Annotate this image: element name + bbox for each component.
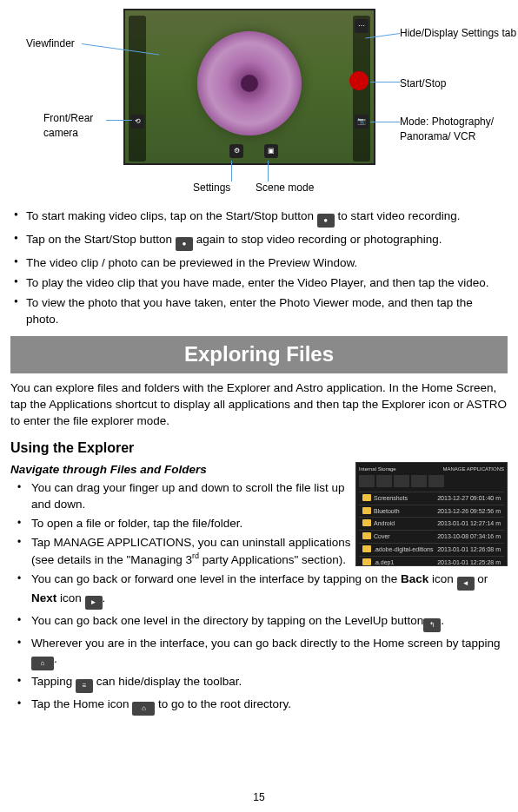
label-front-rear: Front/Rear camera — [43, 111, 113, 141]
label-mode: Mode: Photography/ Panorama/ VCR — [400, 115, 518, 144]
home-screen-icon: ⌂ — [31, 657, 54, 670]
line-front-rear — [106, 120, 132, 121]
nav-item-home-screen: Wherever you are in the interface, you c… — [10, 636, 508, 670]
explorer-top-right: MANAGE APPLICATIONS — [442, 465, 504, 472]
section-exploring-files: Exploring Files — [10, 336, 508, 374]
start-stop-icon — [349, 71, 369, 90]
nav-item-scroll: You can drag your finger up and down to … — [10, 480, 508, 512]
text-b1b: to start video recording. — [337, 209, 460, 222]
n6a: Wherever you are in the interface, you c… — [31, 637, 501, 650]
label-viewfinder: Viewfinder — [26, 36, 75, 51]
bullet-stop-recording: Tap on the Start/Stop button ● again to … — [10, 232, 508, 251]
next-icon: ► — [85, 596, 103, 610]
bullet-preview: The video clip / photo can be previewed … — [10, 255, 508, 271]
home-root-icon: ⌂ — [132, 702, 155, 716]
mode-icon: 📷 — [355, 115, 369, 129]
viewfinder-subject — [197, 31, 302, 135]
label-start-stop: Start/Stop — [400, 76, 446, 91]
navigate-list: You can drag your finger up and down to … — [10, 480, 508, 716]
scene-mode-icon: ▣ — [264, 144, 278, 158]
label-scene-mode: Scene mode — [256, 181, 314, 195]
bullet-start-recording: To start making video clips, tap on the … — [10, 208, 508, 228]
n7b: can hide/display the toolbar. — [93, 675, 242, 688]
front-rear-icon: ⟲ — [130, 115, 144, 129]
video-instructions-list: To start making video clips, tap on the … — [10, 208, 508, 327]
line-settings — [231, 161, 232, 182]
nav-item-home-root: Tap the Home icon ⌂ to go to the root di… — [10, 696, 508, 716]
settings-icon: ⚙ — [229, 144, 243, 158]
n3sup: rd — [192, 551, 199, 560]
n5a: You can go back one level in the directo… — [31, 614, 423, 627]
n4b: icon — [428, 572, 456, 585]
n3b: party Applications" section). — [199, 553, 346, 566]
text-b1a: To start making video clips, tap on the … — [26, 209, 317, 222]
hide-settings-icon: ⋯ — [355, 19, 369, 33]
n5b: . — [441, 614, 444, 627]
nav-item-manage-apps: Tap MANAGE APPLICATIONS, you can uninsta… — [10, 535, 508, 568]
start-stop-inline-icon: ● — [317, 214, 335, 228]
text-b2a: Tap on the Start/Stop button — [26, 233, 176, 246]
nav-item-open: To open a file or folder, tap the file/f… — [10, 516, 508, 531]
n4a: You can go back or forward one level in … — [31, 572, 401, 585]
label-hide-display: Hide/Display Settings tab — [400, 26, 518, 41]
nav-item-levelup: You can go back one level in the directo… — [10, 613, 508, 632]
bullet-view-photo: To view the photo that you have taken, e… — [10, 295, 508, 327]
levelup-icon: ↰ — [423, 618, 441, 632]
navigate-block: Internal Storage MANAGE APPLICATIONS Scr… — [10, 462, 508, 716]
camera-screenshot: ⋯ 📷 ⟲ ⚙ ▣ — [123, 9, 375, 165]
camera-left-controls — [129, 16, 146, 162]
page-number: 15 — [253, 790, 264, 805]
using-explorer-heading: Using the Explorer — [10, 439, 508, 458]
bullet-play-video: To play the video clip that you have mad… — [10, 275, 508, 291]
text-b2b: again to stop video recording or photogr… — [196, 233, 442, 246]
n4d: icon — [56, 591, 84, 604]
label-settings: Settings — [193, 181, 230, 195]
n8b: to go to the root directory. — [155, 697, 291, 710]
n8a: Tap the Home icon — [31, 697, 132, 710]
camera-diagram: ⋯ 📷 ⟲ ⚙ ▣ Viewfinder Front/Rear camera H… — [10, 9, 508, 200]
line-mode — [370, 122, 400, 122]
n7a: Tapping — [31, 675, 76, 688]
exploring-intro: You can explore files and folders with t… — [10, 380, 508, 430]
start-stop-inline-icon-2: ● — [176, 237, 193, 251]
back-icon: ◄ — [457, 577, 475, 591]
line-start-stop — [370, 82, 400, 83]
nav-item-toolbar-toggle: Tapping ≡ can hide/display the toolbar. — [10, 674, 508, 693]
n4e: . — [103, 591, 106, 604]
n4back: Back — [401, 572, 428, 585]
n4next: Next — [31, 591, 56, 604]
line-scene-mode — [268, 161, 269, 182]
toolbar-toggle-icon: ≡ — [76, 679, 93, 693]
n6b: . — [54, 652, 57, 665]
explorer-top-left: Internal Storage — [359, 465, 396, 472]
nav-item-back-forward: You can go back or forward one level in … — [10, 571, 508, 610]
n4c: or — [475, 572, 488, 585]
